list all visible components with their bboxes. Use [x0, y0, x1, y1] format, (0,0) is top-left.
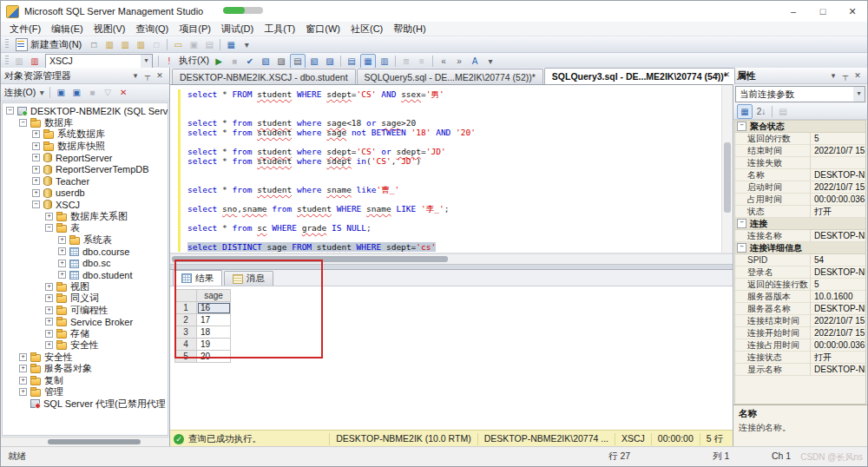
tree-item[interactable]: +视图	[3, 281, 168, 293]
property-row[interactable]: 服务器名称DESKTOP-NBME2IK	[735, 303, 865, 315]
new-query-button[interactable]: 新建查询(N)	[11, 38, 86, 51]
code-line[interactable]	[187, 137, 720, 147]
code-line[interactable]: select * from student where sname like'曹…	[187, 185, 720, 194]
parse-button[interactable]: ✔	[243, 55, 257, 68]
connect-button[interactable]: 连接(O)	[4, 87, 36, 99]
menu-item[interactable]: 项目(P)	[174, 23, 216, 36]
expand-icon[interactable]: +	[19, 353, 27, 361]
expand-icon[interactable]: +	[45, 330, 53, 338]
property-row[interactable]: 状态打开	[735, 206, 865, 218]
menu-item[interactable]: 社区(C)	[345, 23, 388, 36]
property-row[interactable]: 启动时间2022/10/7 15:49:23	[735, 181, 865, 194]
results-to-grid-button[interactable]: ▦	[360, 54, 376, 69]
expand-icon[interactable]: +	[58, 236, 66, 244]
expand-icon[interactable]: +	[32, 177, 40, 185]
grid-column-header[interactable]: sage	[197, 290, 231, 302]
panel-close-icon[interactable]: ✕	[154, 71, 166, 80]
tree-item[interactable]: +数据库快照	[3, 141, 168, 153]
outdent-button[interactable]: «	[437, 55, 450, 68]
refresh-server-icon[interactable]: ▣	[54, 86, 68, 99]
property-value[interactable]: 2022/10/7 15:49:23	[811, 182, 865, 192]
property-category[interactable]: −聚合状态	[735, 121, 865, 133]
editor-hscrollbar[interactable]	[170, 253, 733, 264]
property-value[interactable]: 2022/10/7 15:49:23	[811, 146, 865, 155]
results-to-text-button[interactable]: ▤	[345, 55, 358, 68]
property-row[interactable]: 显示名称DESKTOP-NBME2IK	[735, 364, 865, 376]
document-tab[interactable]: DESKTOP-NBME2IK.XSCJ - dbo.student	[172, 69, 356, 84]
property-category[interactable]: −连接详细信息	[735, 242, 865, 254]
tree-item[interactable]: +Service Broker	[3, 316, 168, 328]
property-value[interactable]: 00:00:00.036	[811, 340, 865, 350]
collapse-icon[interactable]: −	[737, 122, 746, 131]
alphabetical-sort-button[interactable]: 2↓	[754, 105, 768, 118]
property-value[interactable]: 10.0.1600	[811, 292, 865, 301]
tree-item[interactable]: +ReportServerTempDB	[3, 164, 168, 176]
disconnect-server-icon[interactable]: ▣	[69, 86, 83, 99]
property-value[interactable]: 2022/10/7 15:49:23	[811, 316, 865, 326]
tree-item[interactable]: +userdb	[3, 187, 168, 200]
property-value[interactable]: DESKTOP-NBME2IK	[811, 304, 865, 313]
tab-messages[interactable]: 消息	[224, 271, 273, 286]
expand-icon[interactable]: +	[45, 341, 53, 349]
panel-close-icon[interactable]: ✕	[852, 71, 864, 80]
tree-item[interactable]: +安全性	[3, 339, 168, 352]
code-line[interactable]	[187, 109, 720, 118]
tree-item[interactable]: +dbo.course	[3, 246, 168, 258]
menu-item[interactable]: 工具(T)	[259, 23, 300, 36]
tree-item[interactable]: +可编程性	[3, 305, 168, 317]
property-value[interactable]: DESKTOP-NBME2IK	[811, 231, 865, 240]
combo-dropdown-icon[interactable]: ▾	[141, 55, 152, 68]
code-line[interactable]: select * from student where sage not BET…	[187, 128, 720, 137]
combo-dropdown-icon[interactable]: ▾	[853, 87, 865, 102]
result-cell[interactable]: 16	[197, 302, 231, 314]
expand-icon[interactable]: +	[32, 166, 40, 174]
property-row[interactable]: 连接状态打开	[735, 352, 865, 364]
results-grid[interactable]: sage 116217318419520	[174, 289, 231, 363]
expand-icon[interactable]: +	[45, 213, 53, 220]
property-row[interactable]: 登录名DESKTOP-NBME2IK	[735, 266, 865, 279]
property-row[interactable]: 结束时间2022/10/7 15:49:23	[735, 145, 865, 157]
compact-query-button[interactable]: ▥	[134, 38, 148, 51]
connect-dropdown-icon[interactable]: ▾	[37, 86, 46, 99]
connect-icon-button[interactable]: ▥	[12, 55, 26, 68]
tab-results[interactable]: 结果	[173, 270, 222, 286]
document-tab[interactable]: SQLQuery5.sql - DE...ME2IK\20774 (52))*	[357, 69, 543, 84]
tree-item[interactable]: −DESKTOP-NBME2IK (SQL Server 10.0.160	[3, 105, 168, 117]
toolbar-overflow-button[interactable]: ▾	[483, 55, 497, 68]
tree-item[interactable]: +服务器对象	[3, 363, 168, 375]
specify-values-button[interactable]: ▤	[290, 54, 306, 69]
expand-icon[interactable]: +	[58, 247, 66, 255]
open-folder-button[interactable]: ▭	[171, 38, 185, 51]
execute-button[interactable]: 执行(X)	[179, 55, 209, 67]
panel-pin-icon[interactable]: ┬	[839, 71, 852, 80]
editor-vscrollbar[interactable]	[721, 85, 733, 253]
expand-icon[interactable]: +	[32, 154, 40, 161]
collapse-icon[interactable]: −	[19, 119, 27, 127]
display-estimated-plan-button[interactable]: ▧	[259, 55, 273, 68]
menu-item[interactable]: 窗口(W)	[300, 23, 345, 36]
menu-item[interactable]: 文件(F)	[4, 23, 46, 36]
code-line[interactable]	[187, 194, 720, 204]
minimize-button[interactable]: –	[779, 1, 808, 22]
tree-item[interactable]: +dbo.sc	[3, 258, 168, 270]
code-line[interactable]	[187, 175, 720, 185]
include-actual-plan-button[interactable]: ▧	[307, 55, 321, 68]
row-number[interactable]: 1	[175, 302, 197, 314]
tree-item[interactable]: +同义词	[3, 293, 168, 305]
code-line[interactable]	[187, 233, 720, 242]
property-row[interactable]: 名称DESKTOP-NBME2IK	[735, 169, 865, 181]
expand-icon[interactable]: +	[45, 294, 53, 302]
categorized-view-button[interactable]: ▦	[737, 104, 753, 119]
collapse-icon[interactable]: −	[6, 107, 14, 115]
expand-icon[interactable]: +	[58, 271, 66, 279]
new-file-button[interactable]: □	[87, 38, 101, 51]
tab-close-icon[interactable]: ✕	[723, 70, 730, 79]
collapse-icon[interactable]: −	[737, 219, 746, 228]
property-value[interactable]: 00:00:00.036	[811, 194, 865, 204]
code-line[interactable]: select * from sc WHERE grade IS NULL;	[187, 223, 720, 233]
code-line[interactable]: select * from student where sage<18 or s…	[187, 118, 720, 128]
expand-icon[interactable]: +	[45, 306, 53, 314]
row-number[interactable]: 5	[175, 351, 197, 363]
tree-item[interactable]: +系统数据库	[3, 128, 168, 141]
tree-item[interactable]: −SQL Server 代理(已禁用代理 XP)	[3, 398, 168, 411]
